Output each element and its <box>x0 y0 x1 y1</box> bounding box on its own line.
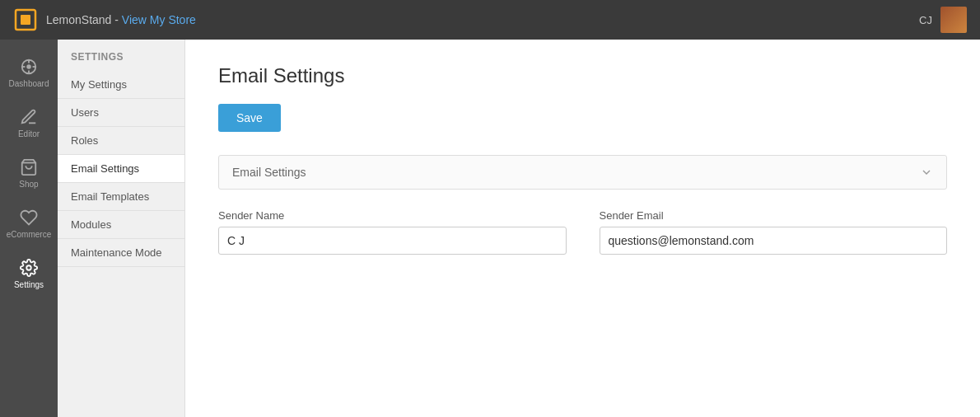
secondary-nav-modules[interactable]: Modules <box>58 211 184 239</box>
section-label: Email Settings <box>232 166 306 179</box>
svg-point-3 <box>26 64 31 69</box>
svg-rect-1 <box>21 15 30 25</box>
sidebar-label-settings: Settings <box>14 280 44 289</box>
page-title: Email Settings <box>218 64 947 87</box>
svg-point-9 <box>26 265 31 270</box>
topbar-username: CJ <box>919 14 932 26</box>
main-content: Email Settings Save Email Settings Sende… <box>185 40 980 417</box>
view-store-link[interactable]: View My Store <box>122 13 196 26</box>
sidebar-item-dashboard[interactable]: Dashboard <box>0 48 58 98</box>
sidebar-label-dashboard: Dashboard <box>9 79 49 88</box>
sidebar-item-editor[interactable]: Editor <box>0 98 58 148</box>
sidebar-item-settings[interactable]: Settings <box>0 249 58 299</box>
logo-icon <box>13 7 38 32</box>
secondary-nav-users[interactable]: Users <box>58 99 184 127</box>
save-button[interactable]: Save <box>218 104 281 132</box>
secondary-nav-roles[interactable]: Roles <box>58 127 184 155</box>
topbar-left: LemonStand - View My Store <box>13 7 196 32</box>
chevron-down-icon <box>920 166 933 179</box>
sender-email-label: Sender Email <box>600 209 948 222</box>
form-row: Sender Name Sender Email <box>218 209 947 255</box>
sender-name-group: Sender Name <box>218 209 567 255</box>
topbar: LemonStand - View My Store CJ <box>0 0 980 40</box>
section-header[interactable]: Email Settings <box>218 155 947 190</box>
icon-sidebar: Dashboard Editor Shop eCommerce Settings <box>0 40 58 417</box>
sidebar-item-ecommerce[interactable]: eCommerce <box>0 199 58 249</box>
sender-name-input[interactable] <box>218 227 567 255</box>
sidebar-label-shop: Shop <box>19 180 38 189</box>
secondary-sidebar-header: Settings <box>58 40 184 71</box>
secondary-nav-email-settings[interactable]: Email Settings <box>58 155 184 183</box>
topbar-right: CJ <box>919 7 967 33</box>
main-layout: Dashboard Editor Shop eCommerce Settings… <box>0 40 980 417</box>
sidebar-item-shop[interactable]: Shop <box>0 148 58 199</box>
secondary-nav-email-templates[interactable]: Email Templates <box>58 183 184 211</box>
sender-name-label: Sender Name <box>218 209 567 222</box>
sender-email-input[interactable] <box>600 227 948 255</box>
topbar-brand: LemonStand - View My Store <box>46 13 196 26</box>
sidebar-label-editor: Editor <box>18 129 40 138</box>
sender-email-group: Sender Email <box>600 209 948 255</box>
sidebar-label-ecommerce: eCommerce <box>7 230 51 239</box>
secondary-sidebar: Settings My Settings Users Roles Email S… <box>58 40 185 417</box>
avatar <box>940 7 967 33</box>
secondary-nav-my-settings[interactable]: My Settings <box>58 71 184 99</box>
secondary-nav-maintenance-mode[interactable]: Maintenance Mode <box>58 239 184 267</box>
